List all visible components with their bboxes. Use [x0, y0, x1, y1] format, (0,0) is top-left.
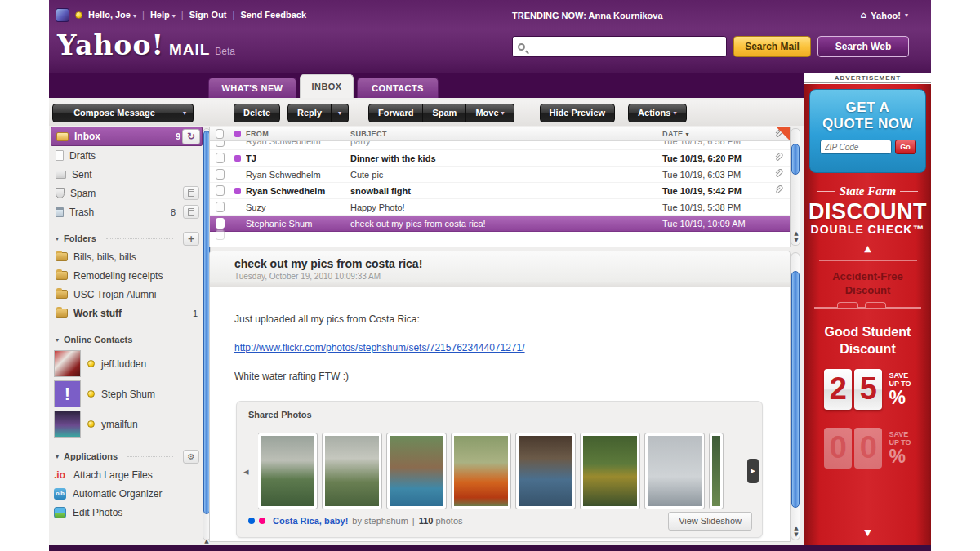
email-subject: party: [350, 141, 662, 146]
email-row[interactable]: [210, 232, 790, 238]
unread-column-icon[interactable]: [234, 131, 241, 137]
tab-whats-new[interactable]: WHAT'S NEW: [208, 78, 296, 98]
photo-thumbnail[interactable]: [452, 433, 510, 509]
yahoo-app-icon[interactable]: [56, 8, 69, 22]
flickr-link[interactable]: http://www.flickr.com/photos/stephshum/s…: [234, 342, 790, 353]
greeting-menu[interactable]: Hello, Joe ▾: [88, 10, 136, 20]
contact-jeff-ludden[interactable]: jeff.ludden: [51, 349, 203, 379]
accident-free-discount: Accident-Free Discount: [832, 269, 903, 297]
message-list-scrollbar-thumb[interactable]: [791, 144, 800, 175]
photo-thumbnail[interactable]: [387, 433, 446, 509]
album-link[interactable]: Costa Rica, baby!: [273, 516, 348, 526]
state-farm-ad[interactable]: GET A QUOTE NOW Go State Farm DISCOUNT D…: [804, 84, 931, 546]
view-slideshow-button[interactable]: View Slideshow: [668, 512, 752, 531]
empty-trash-button[interactable]: [183, 205, 199, 219]
row-checkbox[interactable]: [216, 169, 225, 180]
mail-logo-label: MAIL: [169, 41, 210, 59]
contacts-header-label: Online Contacts: [64, 335, 132, 344]
photo-thumbnail[interactable]: [645, 433, 704, 509]
app-automatic-organizer[interactable]: olb Automatic Organizer: [51, 484, 203, 503]
trending-now[interactable]: TRENDING NOW: Anna Kournikova: [512, 11, 663, 20]
sidebar-folder-usc[interactable]: USC Trojan Alumni: [51, 285, 203, 304]
contact-steph-shum[interactable]: ! Steph Shum: [51, 379, 203, 409]
sidebar-item-spam[interactable]: Spam: [51, 184, 203, 202]
forward-button[interactable]: Forward: [368, 104, 423, 122]
row-checkbox[interactable]: [216, 185, 225, 196]
down-triangle-icon[interactable]: ▼: [864, 527, 871, 538]
search-box[interactable]: [512, 36, 727, 57]
go-button[interactable]: Go: [895, 140, 916, 154]
row-checkbox[interactable]: [216, 202, 225, 212]
online-contacts-section-header[interactable]: ▾ Online Contacts: [51, 331, 203, 349]
sidebar-item-inbox[interactable]: Inbox 9 ↻: [51, 127, 203, 146]
photo-thumbnail[interactable]: [581, 433, 639, 509]
move-button[interactable]: Move ▾: [466, 104, 514, 122]
up-triangle-icon[interactable]: ▲: [864, 243, 871, 254]
preview-scrollbar-thumb[interactable]: [791, 271, 800, 508]
sidebar-item-drafts[interactable]: Drafts: [51, 146, 203, 165]
tab-contacts[interactable]: CONTACTS: [357, 78, 439, 98]
search-mail-button[interactable]: Search Mail: [733, 36, 811, 57]
compose-dropdown-button[interactable]: ▾: [176, 104, 194, 122]
contact-name: Steph Shum: [101, 389, 155, 400]
delete-button[interactable]: Delete: [234, 104, 280, 122]
refresh-button[interactable]: ↻: [182, 129, 200, 144]
app-attach-large-files[interactable]: .io Attach Large Files: [51, 465, 203, 484]
reply-dropdown-button[interactable]: ▾: [332, 104, 349, 122]
column-header-date[interactable]: DATE▾: [662, 130, 767, 138]
help-menu[interactable]: Help ▾: [150, 10, 176, 20]
sidebar-item-sent[interactable]: Sent: [51, 165, 203, 184]
folders-section-header[interactable]: ▾ Folders +: [51, 229, 203, 247]
flag-corner-icon[interactable]: [777, 127, 790, 140]
sidebar-item-trash[interactable]: Trash 8: [51, 202, 203, 221]
scrollbar-arrows[interactable]: ▲▼: [792, 230, 800, 243]
zip-code-input[interactable]: [820, 140, 892, 154]
applications-settings-button[interactable]: ⚙: [183, 450, 199, 464]
sidebar-folder-bills[interactable]: Bills, bills, bills: [51, 247, 203, 266]
photo-thumbnail[interactable]: [323, 433, 381, 509]
photo-thumbnail[interactable]: [710, 433, 723, 509]
scrollbar-arrows[interactable]: ▲▼: [792, 525, 800, 538]
send-feedback-link[interactable]: Send Feedback: [240, 10, 306, 20]
email-row[interactable]: Ryan Schwedhelm Cute pic Tue 10/19, 6:03…: [210, 167, 790, 183]
row-checkbox[interactable]: [216, 218, 225, 229]
yahoo-home-menu[interactable]: ⌂ Yahoo! ▾: [860, 10, 908, 20]
email-row[interactable]: Suzy Happy Photo! Tue 10/19, 5:38 PM: [210, 199, 790, 216]
photo-thumbnail[interactable]: [258, 433, 317, 509]
actions-button[interactable]: Actions ▾: [628, 104, 686, 122]
sign-out-link[interactable]: Sign Out: [189, 10, 227, 20]
photo-thumbnail[interactable]: [516, 433, 575, 509]
column-header-subject[interactable]: SUBJECT: [350, 130, 662, 138]
spam-button[interactable]: Spam: [423, 104, 466, 122]
folder-icon: [56, 290, 68, 299]
sidebar-folder-work-stuff[interactable]: Work stuff 1: [51, 304, 203, 322]
contact-ymailfun[interactable]: ymailfun: [51, 409, 203, 439]
reply-button[interactable]: Reply: [287, 104, 332, 122]
sidebar-folder-remodeling[interactable]: Remodeling receipts: [51, 266, 203, 285]
search-input[interactable]: [529, 38, 721, 55]
select-all-checkbox[interactable]: [216, 129, 224, 139]
row-checkbox[interactable]: [216, 229, 225, 240]
empty-spam-button[interactable]: [183, 186, 199, 200]
applications-section-header[interactable]: ▾ Applications ⚙: [51, 447, 203, 465]
email-row[interactable]: Ryan Schwedhelm party Tue 10/19, 6:58 PM: [210, 141, 790, 150]
hide-preview-button[interactable]: Hide Preview: [540, 104, 615, 122]
app-edit-photos[interactable]: Edit Photos: [51, 503, 203, 522]
row-checkbox[interactable]: [216, 141, 225, 147]
automatic-organizer-icon: olb: [54, 488, 66, 500]
email-row-selected[interactable]: Stephanie Shum check out my pics from co…: [210, 216, 790, 232]
add-folder-button[interactable]: +: [183, 232, 199, 246]
carousel-left-button[interactable]: ◂: [243, 465, 249, 478]
search-web-button[interactable]: Search Web: [817, 36, 909, 57]
email-row[interactable]: Ryan Schwedhelm snowball fight Tue 10/19…: [210, 183, 790, 199]
row-checkbox[interactable]: [216, 153, 225, 163]
carousel-right-button[interactable]: ▸: [747, 459, 759, 483]
yahoo-logo[interactable]: Yahoo!: [57, 29, 164, 61]
preview-scrollbar[interactable]: ▲▼: [791, 252, 800, 540]
column-header-from[interactable]: FROM: [246, 130, 350, 138]
email-row[interactable]: TJ Dinner with the kids Tue 10/19, 6:20 …: [210, 150, 790, 167]
compose-message-button[interactable]: Compose Message: [52, 104, 176, 122]
message-list-scrollbar[interactable]: ▲▼: [791, 128, 800, 246]
search-area: Search Mail Search Web: [512, 36, 909, 57]
tab-inbox[interactable]: INBOX: [300, 74, 354, 98]
